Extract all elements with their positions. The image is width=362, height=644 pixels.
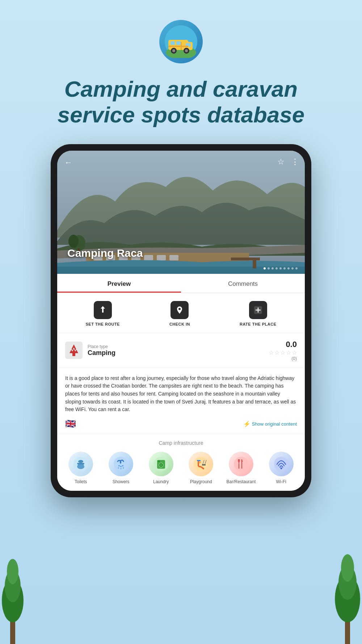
image-dots (264, 267, 298, 269)
infra-item-playground: Playground (185, 452, 217, 484)
infra-item-laundry: Laundry (145, 452, 177, 484)
svg-point-54 (160, 464, 162, 466)
heading: Camping and caravan service spots databa… (0, 76, 362, 128)
svg-point-62 (234, 457, 248, 471)
svg-point-11 (185, 49, 188, 52)
star-3: ☆ (280, 349, 285, 356)
back-button[interactable]: ← (64, 158, 72, 167)
svg-point-68 (280, 468, 282, 469)
stars: ☆ ☆ ☆ ☆ ☆ (269, 349, 297, 356)
showers-icon (109, 452, 133, 476)
toilets-icon (68, 452, 93, 476)
place-type-info: Place type Camping (88, 344, 115, 357)
svg-rect-42 (120, 461, 121, 464)
set-route-button[interactable]: SET THE ROUTE (85, 301, 120, 326)
svg-point-72 (7, 559, 18, 584)
app-icon-container (0, 0, 362, 63)
route-icon (94, 301, 112, 319)
svg-rect-7 (168, 46, 188, 47)
showers-label: Showers (113, 479, 130, 484)
svg-point-43 (118, 465, 120, 467)
checkin-label: CHECK IN (169, 322, 190, 326)
svg-rect-35 (72, 353, 75, 356)
rate-label: RATE THE PLACE (240, 322, 277, 326)
svg-point-45 (122, 465, 123, 467)
action-buttons: SET THE ROUTE CHECK IN (57, 293, 305, 333)
infrastructure-icons: Toilets (61, 452, 301, 484)
svg-rect-53 (158, 461, 160, 462)
svg-rect-57 (197, 460, 201, 461)
svg-rect-65 (239, 464, 239, 469)
playground-icon (189, 452, 213, 476)
rating-number: 0.0 (269, 340, 297, 349)
place-info: Place type Camping 0.0 ☆ ☆ ☆ ☆ ☆ (0) (57, 333, 305, 368)
favorite-button[interactable]: ☆ (277, 157, 285, 167)
rating-block: 0.0 ☆ ☆ ☆ ☆ ☆ (0) (269, 340, 297, 361)
toilets-label: Toilets (75, 479, 87, 484)
route-label: SET THE ROUTE (85, 322, 120, 326)
description-section: It is a good place to rest after a long … (57, 368, 305, 434)
show-original-label: Show original content (252, 421, 297, 427)
phone-screen: ← ☆ ⋮ Camping Raca (57, 151, 305, 491)
bar-label: Bar/Restaurant (227, 479, 256, 484)
place-info-left: Place type Camping (65, 342, 115, 359)
description-text: It is a good place to rest after a long … (65, 375, 297, 414)
show-original-button[interactable]: ⚡ Show original content (243, 421, 297, 427)
star-4: ☆ (286, 349, 291, 356)
svg-point-48 (123, 468, 124, 469)
infra-item-bar: Bar/Restaurant (225, 452, 257, 484)
more-menu-button[interactable]: ⋮ (291, 157, 299, 167)
phone-wrapper: ← ☆ ⋮ Camping Raca (0, 144, 362, 497)
hero-image: ← ☆ ⋮ Camping Raca (57, 151, 305, 274)
infra-item-showers: Showers (105, 452, 137, 484)
star-5: ☆ (292, 349, 297, 356)
svg-rect-12 (181, 42, 182, 50)
infra-item-wifi: Wi-Fi (265, 452, 298, 484)
svg-point-29 (178, 308, 181, 310)
svg-point-55 (194, 457, 208, 471)
dot-3 (272, 267, 274, 269)
desc-footer: 🇬🇧 ⚡ Show original content (65, 419, 297, 429)
svg-point-44 (120, 466, 122, 467)
svg-point-46 (118, 468, 119, 469)
wifi-label: Wi-Fi (276, 479, 286, 484)
dot-4 (275, 267, 278, 269)
infra-item-toilets: Toilets (64, 452, 97, 484)
dot-5 (279, 267, 282, 269)
checkin-icon (171, 301, 189, 319)
wifi-icon (269, 452, 294, 476)
app-icon (159, 20, 203, 63)
rating-count: (0) (269, 356, 297, 361)
svg-point-9 (172, 49, 175, 52)
dot-1 (264, 267, 266, 269)
place-type-label: Place type (88, 344, 115, 349)
camp-name: Camping Raca (67, 247, 143, 259)
laundry-icon (149, 452, 173, 476)
infrastructure-title: Camp infrastructure (61, 440, 301, 446)
bar-icon (229, 452, 253, 476)
svg-rect-61 (202, 464, 206, 465)
infrastructure-section: Camp infrastructure (57, 434, 305, 491)
star-2: ☆ (274, 349, 279, 356)
tab-preview[interactable]: Preview (57, 274, 181, 293)
rate-button[interactable]: RATE THE PLACE (240, 301, 277, 326)
language-flag: 🇬🇧 (65, 419, 76, 429)
laundry-label: Laundry (153, 479, 169, 484)
dot-7 (287, 267, 290, 269)
translate-icon: ⚡ (243, 421, 251, 427)
svg-rect-64 (238, 459, 240, 462)
check-in-button[interactable]: CHECK IN (169, 301, 190, 326)
tree-decoration-right (333, 535, 362, 644)
tab-comments[interactable]: Comments (181, 274, 305, 293)
playground-label: Playground (190, 479, 212, 484)
star-1: ☆ (269, 349, 274, 356)
svg-point-47 (120, 468, 121, 469)
hero-actions: ☆ ⋮ (277, 157, 299, 167)
tabs: Preview Comments (57, 274, 305, 293)
rate-icon (249, 301, 267, 319)
dot-6 (283, 267, 286, 269)
svg-rect-39 (77, 463, 84, 464)
heading-text: Camping and caravan service spots databa… (22, 76, 340, 128)
svg-rect-28 (102, 310, 104, 313)
svg-rect-6 (176, 41, 181, 45)
